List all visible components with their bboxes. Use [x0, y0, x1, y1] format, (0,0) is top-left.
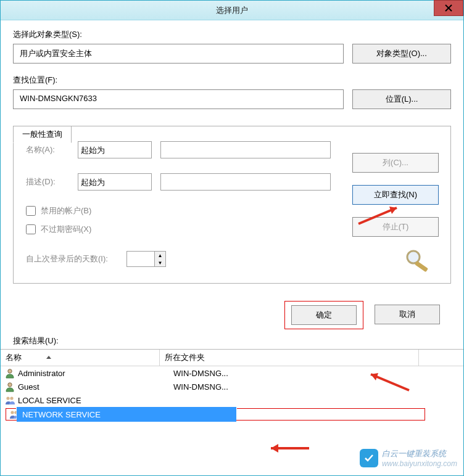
location-label: 查找位置(F): [13, 75, 451, 86]
user-icon [4, 395, 15, 406]
col-name-header[interactable]: 名称 [1, 350, 160, 366]
columns-button[interactable]: 列(C)... [352, 153, 439, 173]
ok-annotation-box: 确定 [284, 301, 363, 329]
watermark-logo-icon [360, 449, 378, 467]
location-value: WIN-DMSNGKN7633 [13, 89, 344, 109]
annotation-arrow-3 [266, 441, 315, 456]
watermark: 白云一键重装系统 www.baiyunxitong.com [360, 448, 457, 468]
find-now-button[interactable]: 立即查找(N) [352, 185, 439, 205]
row-name: Guest [18, 382, 39, 392]
spin-down-icon[interactable]: ▼ [155, 259, 165, 266]
row-name: NETWORK SERVICE [22, 410, 101, 419]
watermark-main: 白云一键重装系统 [382, 448, 457, 459]
svg-point-4 [8, 369, 12, 373]
svg-marker-12 [271, 444, 278, 453]
watermark-sub: www.baiyunxitong.com [382, 459, 457, 468]
desc-input[interactable] [160, 173, 331, 191]
close-button[interactable] [434, 0, 463, 16]
row-name: Administrator [18, 369, 65, 378]
stop-button[interactable]: 停止(T) [352, 217, 439, 237]
svg-point-5 [8, 383, 12, 387]
svg-rect-3 [415, 261, 428, 272]
object-type-label: 选择此对象类型(S): [13, 29, 451, 40]
table-row[interactable]: AdministratorWIN-DMSNG... [1, 366, 463, 380]
user-icon [4, 381, 15, 392]
desc-label: 描述(D): [26, 176, 78, 187]
svg-point-8 [10, 411, 14, 414]
tab-general-query[interactable]: 一般性查询 [13, 126, 72, 143]
name-input[interactable] [160, 141, 331, 158]
selected-annotation-box: NETWORK SERVICE [6, 408, 425, 421]
window-title: 选择用户 [216, 5, 248, 16]
name-op-select[interactable]: 起始为 [78, 141, 152, 158]
name-label: 名称(A): [26, 144, 78, 155]
close-icon [444, 4, 453, 12]
cancel-button[interactable]: 取消 [375, 305, 440, 324]
object-types-button[interactable]: 对象类型(O)... [352, 44, 451, 64]
locations-button[interactable]: 位置(L)... [352, 89, 451, 109]
select-user-dialog: 选择用户 选择此对象类型(S): 用户或内置安全主体 对象类型(O)... 查找… [0, 0, 464, 476]
results-label: 搜索结果(U): [13, 335, 463, 347]
svg-point-6 [6, 396, 9, 400]
results-table: 名称 所在文件夹 AdministratorWIN-DMSNG...GuestW… [1, 349, 463, 422]
spin-up-icon[interactable]: ▲ [155, 252, 165, 259]
days-since-label: 自上次登录后的天数(I): [26, 253, 108, 265]
object-type-value: 用户或内置安全主体 [13, 44, 344, 64]
user-icon [4, 367, 15, 379]
table-row[interactable]: LOCAL SERVICE [1, 393, 463, 407]
magnifier-icon [404, 247, 432, 272]
row-folder: WIN-DMSNG... [173, 369, 420, 378]
titlebar: 选择用户 [1, 1, 463, 20]
nonexpire-password-checkbox[interactable] [26, 224, 36, 234]
nonexpire-password-label: 不过期密码(X) [41, 224, 91, 235]
days-input[interactable] [127, 252, 154, 266]
desc-op-select[interactable]: 起始为 [78, 173, 152, 191]
ok-button[interactable]: 确定 [291, 305, 357, 325]
col-folder-header[interactable]: 所在文件夹 [160, 350, 419, 366]
row-name: LOCAL SERVICE [18, 396, 81, 405]
table-row[interactable]: NETWORK SERVICE [1, 407, 463, 422]
disabled-accounts-label: 禁用的帐户(B) [41, 205, 91, 216]
days-spinner[interactable]: ▲▼ [126, 251, 166, 267]
svg-point-7 [10, 396, 13, 400]
results-header: 名称 所在文件夹 [1, 350, 463, 366]
disabled-accounts-checkbox[interactable] [26, 206, 36, 216]
row-folder: WIN-DMSNG... [173, 382, 420, 392]
table-row[interactable]: GuestWIN-DMSNG... [1, 380, 463, 393]
